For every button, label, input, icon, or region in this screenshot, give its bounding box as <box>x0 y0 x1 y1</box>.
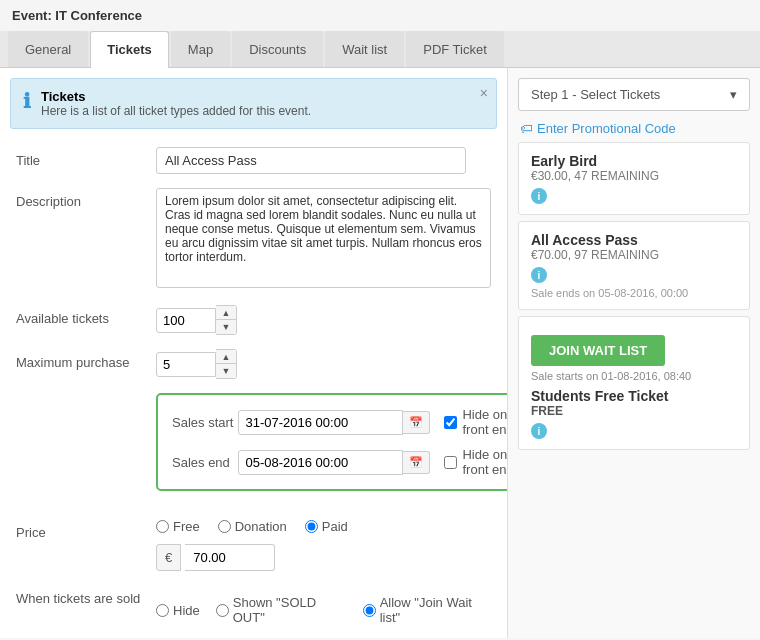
max-purchase-down[interactable]: ▼ <box>216 364 236 378</box>
title-input[interactable] <box>156 147 466 174</box>
sales-end-label: Sales end <box>172 455 238 470</box>
when-options: Hide Shown "SOLD OUT" Allow "Join Wait l… <box>156 595 491 625</box>
price-free-radio[interactable] <box>156 520 169 533</box>
price-label: Price <box>16 519 156 540</box>
available-tickets-label: Available tickets <box>16 305 156 326</box>
max-purchase-spinners: ▲ ▼ <box>216 349 237 379</box>
info-title: Tickets <box>41 89 311 104</box>
euro-symbol: € <box>156 544 181 571</box>
step-select-label: Step 1 - Select Tickets <box>531 87 660 102</box>
when-hide-label[interactable]: Hide <box>156 603 200 618</box>
price-donation-radio[interactable] <box>218 520 231 533</box>
price-control: Free Donation Paid € <box>156 519 491 571</box>
price-donation-text: Donation <box>235 519 287 534</box>
price-paid-radio[interactable] <box>305 520 318 533</box>
max-purchase-row: Maximum purchase ▲ ▼ <box>16 349 491 379</box>
sales-end-hide-text: Hide on front end <box>462 447 508 477</box>
info-icon: ℹ <box>23 89 31 113</box>
when-sold-label: When tickets are sold <box>16 585 156 606</box>
price-free-text: Free <box>173 519 200 534</box>
tab-discounts[interactable]: Discounts <box>232 31 323 67</box>
when-soldout-radio[interactable] <box>216 604 229 617</box>
sales-spacer <box>16 393 156 399</box>
ticket-card-all-access: All Access Pass €70.00, 97 REMAINING i S… <box>518 221 750 310</box>
info-description: Here is a list of all ticket types added… <box>41 104 311 118</box>
when-sold-control: Hide Shown "SOLD OUT" Allow "Join Wait l… <box>156 585 491 625</box>
description-label: Description <box>16 188 156 209</box>
price-paid-text: Paid <box>322 519 348 534</box>
info-text: Tickets Here is a list of all ticket typ… <box>41 89 311 118</box>
ticket-name-early-bird: Early Bird <box>531 153 737 169</box>
description-input[interactable]: Lorem ipsum dolor sit amet, consectetur … <box>156 188 491 288</box>
ticket-name-all-access: All Access Pass <box>531 232 737 248</box>
close-icon[interactable]: × <box>480 85 488 101</box>
when-hide-radio[interactable] <box>156 604 169 617</box>
when-soldout-text: Shown "SOLD OUT" <box>233 595 347 625</box>
available-tickets-up[interactable]: ▲ <box>216 306 236 320</box>
info-circle-students[interactable]: i <box>531 423 547 439</box>
event-label: Event: <box>12 8 52 23</box>
when-waitlist-radio[interactable] <box>363 604 376 617</box>
title-label: Title <box>16 147 156 168</box>
sales-start-input[interactable] <box>238 410 403 435</box>
sales-end-row: Sales end 📅 Hide on front end <box>172 447 508 477</box>
form-section: Title Description Lorem ipsum dolor sit … <box>0 139 507 638</box>
available-tickets-input[interactable] <box>156 308 216 333</box>
price-input[interactable] <box>185 544 275 571</box>
chevron-down-icon: ▾ <box>730 87 737 102</box>
sales-box: Sales start 📅 Hide on front end Sales en… <box>156 393 508 491</box>
sales-start-label: Sales start <box>172 415 238 430</box>
sales-end-hide-label[interactable]: Hide on front end <box>444 447 508 477</box>
when-waitlist-text: Allow "Join Wait list" <box>380 595 491 625</box>
tab-general[interactable]: General <box>8 31 88 67</box>
event-name: IT Conference <box>55 8 142 23</box>
ticket-card-early-bird: Early Bird €30.00, 47 REMAINING i <box>518 142 750 215</box>
tab-waitlist[interactable]: Wait list <box>325 31 404 67</box>
available-tickets-row: Available tickets ▲ ▼ <box>16 305 491 335</box>
tab-pdf[interactable]: PDF Ticket <box>406 31 504 67</box>
sales-section-row: Sales start 📅 Hide on front end Sales en… <box>16 393 491 505</box>
step-select[interactable]: Step 1 - Select Tickets ▾ <box>518 78 750 111</box>
sales-start-hide-label[interactable]: Hide on front end <box>444 407 508 437</box>
sales-start-calendar-button[interactable]: 📅 <box>403 411 430 434</box>
when-waitlist-label[interactable]: Allow "Join Wait list" <box>363 595 491 625</box>
price-free-label[interactable]: Free <box>156 519 200 534</box>
price-row: Price Free Donation Paid <box>16 519 491 571</box>
ticket-price-all-access: €70.00, 97 REMAINING <box>531 248 737 262</box>
tab-map[interactable]: Map <box>171 31 230 67</box>
info-box: ℹ Tickets Here is a list of all ticket t… <box>10 78 497 129</box>
title-row: Title <box>16 147 491 174</box>
price-options: Free Donation Paid <box>156 519 491 534</box>
sales-start-row: Sales start 📅 Hide on front end <box>172 407 508 437</box>
available-tickets-down[interactable]: ▼ <box>216 320 236 334</box>
sales-start-hide-checkbox[interactable] <box>444 416 457 429</box>
max-purchase-up[interactable]: ▲ <box>216 350 236 364</box>
sales-box-control: Sales start 📅 Hide on front end Sales en… <box>156 393 508 505</box>
promo-link-text: Enter Promotional Code <box>537 121 676 136</box>
sales-end-hide-checkbox[interactable] <box>444 456 457 469</box>
tab-tickets[interactable]: Tickets <box>90 31 169 68</box>
when-sold-row: When tickets are sold Hide Shown "SOLD O… <box>16 585 491 625</box>
left-panel: ℹ Tickets Here is a list of all ticket t… <box>0 68 508 638</box>
title-control <box>156 147 491 174</box>
max-purchase-control: ▲ ▼ <box>156 349 491 379</box>
tag-icon: 🏷 <box>520 121 533 136</box>
max-purchase-input[interactable] <box>156 352 216 377</box>
ticket-name-students: Students Free Ticket <box>531 388 737 404</box>
join-wait-list-button[interactable]: JOIN WAIT LIST <box>531 335 665 366</box>
available-tickets-spinners: ▲ ▼ <box>216 305 237 335</box>
price-paid-label[interactable]: Paid <box>305 519 348 534</box>
sales-end-input[interactable] <box>238 450 403 475</box>
price-input-wrap: € <box>156 544 491 571</box>
description-row: Description Lorem ipsum dolor sit amet, … <box>16 188 491 291</box>
when-soldout-label[interactable]: Shown "SOLD OUT" <box>216 595 347 625</box>
nav-tabs: General Tickets Map Discounts Wait list … <box>0 31 760 68</box>
info-circle-all-access[interactable]: i <box>531 267 547 283</box>
ticket-price-early-bird: €30.00, 47 REMAINING <box>531 169 737 183</box>
ticket-free-badge: FREE <box>531 404 737 418</box>
promo-link[interactable]: 🏷 Enter Promotional Code <box>520 121 748 136</box>
info-circle-early-bird[interactable]: i <box>531 188 547 204</box>
sales-start-hide-text: Hide on front end <box>462 407 508 437</box>
price-donation-label[interactable]: Donation <box>218 519 287 534</box>
sales-end-calendar-button[interactable]: 📅 <box>403 451 430 474</box>
